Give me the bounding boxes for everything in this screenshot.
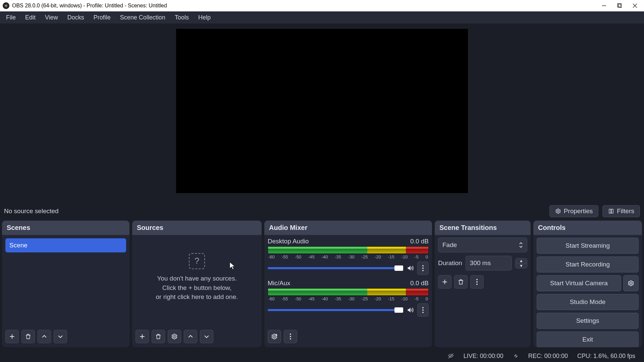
menu-help[interactable]: Help	[194, 13, 215, 22]
menu-edit[interactable]: Edit	[21, 13, 40, 22]
filters-icon	[608, 208, 614, 214]
transition-select[interactable]: Fade	[438, 238, 527, 252]
source-status: No source selected	[4, 207, 545, 215]
scenes-title: Scenes	[2, 221, 129, 235]
network-icon	[447, 353, 454, 359]
svg-point-15	[422, 265, 424, 266]
scene-transitions-panel: Scene Transitions Fade Duration 300 ms ▲…	[435, 221, 531, 347]
svg-line-34	[514, 354, 518, 358]
scene-item[interactable]: Scene	[5, 238, 126, 252]
audio-channel-name: Mic/Aux	[268, 280, 290, 287]
menu-bar: File Edit View Docks Profile Scene Colle…	[0, 11, 644, 23]
remove-transition-button[interactable]	[454, 275, 468, 289]
start-virtual-camera-button[interactable]: Start Virtual Camera	[537, 275, 621, 291]
filters-label: Filters	[617, 207, 634, 215]
program-preview[interactable]	[176, 29, 468, 193]
add-source-button[interactable]	[136, 330, 149, 343]
scene-transitions-title: Scene Transitions	[435, 221, 531, 235]
svg-point-23	[290, 334, 291, 335]
sources-empty-line3: or right click here to add one.	[136, 292, 258, 302]
cursor-icon	[229, 262, 235, 270]
audio-ticks: -60-55-50-45-40-35-30-25-20-15-10-50	[268, 296, 429, 301]
chevron-down-icon[interactable]: ▼	[516, 263, 527, 268]
sources-list[interactable]: ? You don't have any sources. Click the …	[132, 235, 262, 327]
maximize-button[interactable]	[612, 0, 627, 11]
menu-scene-collection[interactable]: Scene Collection	[116, 13, 169, 22]
audio-ticks: -60-55-50-45-40-35-30-25-20-15-10-50	[268, 254, 429, 259]
svg-point-31	[630, 283, 632, 284]
add-transition-button[interactable]	[438, 275, 451, 289]
svg-point-16	[422, 267, 424, 269]
status-rec: REC: 00:00:00	[528, 353, 568, 360]
svg-point-14	[174, 336, 175, 338]
preview-area	[0, 23, 644, 202]
audio-channel-menu-button[interactable]	[417, 261, 429, 275]
filters-button[interactable]: Filters	[602, 205, 640, 217]
gear-icon	[555, 208, 561, 214]
audio-channel-mic: Mic/Aux 0.0 dB -60-55-50-45-40-35-30-25-…	[268, 280, 429, 317]
remove-scene-button[interactable]	[21, 330, 35, 343]
start-recording-button[interactable]: Start Recording	[537, 256, 639, 273]
source-move-up-button[interactable]	[184, 330, 197, 343]
menu-profile[interactable]: Profile	[90, 13, 115, 22]
svg-point-21	[274, 336, 275, 338]
sources-empty-line1: You don't have any sources.	[136, 274, 258, 283]
chevron-up-icon[interactable]: ▲	[516, 258, 527, 263]
duration-spinner[interactable]: ▲ ▼	[515, 258, 527, 268]
obs-app-icon	[3, 2, 9, 9]
settings-button[interactable]: Settings	[537, 313, 639, 329]
exit-button[interactable]: Exit	[537, 331, 639, 347]
speaker-icon[interactable]	[407, 306, 414, 314]
audio-channel-name: Desktop Audio	[268, 238, 309, 245]
source-properties-button[interactable]	[168, 330, 181, 343]
svg-point-24	[290, 336, 291, 337]
audio-mixer-body: Desktop Audio 0.0 dB -60-55-50-45-40-35-…	[264, 235, 432, 327]
status-live: LIVE: 00:00:00	[464, 353, 503, 360]
svg-point-17	[422, 270, 424, 271]
sources-empty-state: ? You don't have any sources. Click the …	[136, 253, 258, 302]
menu-docks[interactable]: Docks	[63, 13, 88, 22]
audio-channel-menu-button[interactable]	[417, 303, 429, 317]
controls-panel: Controls Start Streaming Start Recording…	[533, 221, 642, 347]
source-move-down-button[interactable]	[200, 330, 213, 343]
studio-mode-button[interactable]: Studio Mode	[537, 294, 639, 310]
sources-title: Sources	[132, 221, 262, 235]
svg-point-18	[422, 307, 424, 308]
scenes-list[interactable]: Scene	[2, 235, 129, 327]
scene-move-up-button[interactable]	[38, 330, 51, 343]
audio-meter	[268, 288, 429, 296]
menu-view[interactable]: View	[41, 13, 62, 22]
add-scene-button[interactable]	[5, 330, 19, 343]
speaker-icon[interactable]	[407, 264, 414, 272]
properties-label: Properties	[564, 207, 593, 215]
duration-value[interactable]: 300 ms	[466, 256, 512, 270]
advanced-audio-button[interactable]	[268, 330, 281, 343]
properties-button[interactable]: Properties	[549, 205, 599, 217]
audio-channel-db: 0.0 dB	[410, 280, 429, 287]
audio-mixer-title: Audio Mixer	[264, 221, 432, 235]
volume-slider-mic[interactable]	[268, 309, 403, 311]
close-button[interactable]	[627, 0, 643, 11]
svg-point-28	[476, 279, 478, 280]
source-toolbar: No source selected Properties Filters	[0, 202, 644, 221]
svg-point-19	[422, 309, 424, 311]
remove-source-button[interactable]	[152, 330, 165, 343]
window-title: OBS 28.0.0 (64-bit, windows) - Profile: …	[12, 3, 596, 9]
start-streaming-button[interactable]: Start Streaming	[537, 238, 639, 254]
audio-mixer-menu-button[interactable]	[284, 330, 297, 343]
menu-tools[interactable]: Tools	[171, 13, 193, 22]
window-titlebar: OBS 28.0.0 (64-bit, windows) - Profile: …	[0, 0, 644, 11]
virtual-camera-settings-button[interactable]	[623, 275, 639, 291]
menu-file[interactable]: File	[2, 13, 20, 22]
volume-slider-desktop[interactable]	[268, 267, 403, 269]
scene-move-down-button[interactable]	[54, 330, 67, 343]
svg-rect-9	[611, 209, 613, 213]
minimize-button[interactable]	[596, 0, 612, 11]
gear-icon	[628, 280, 634, 287]
record-status-icon	[513, 353, 519, 359]
transition-menu-button[interactable]	[470, 275, 484, 289]
dock-row: Scenes Scene Sources ? You don't have an…	[0, 221, 644, 350]
svg-point-1	[5, 5, 7, 6]
status-cpu: CPU: 1.6%, 60.00 fps	[577, 353, 635, 360]
unknown-source-icon: ?	[189, 253, 205, 269]
